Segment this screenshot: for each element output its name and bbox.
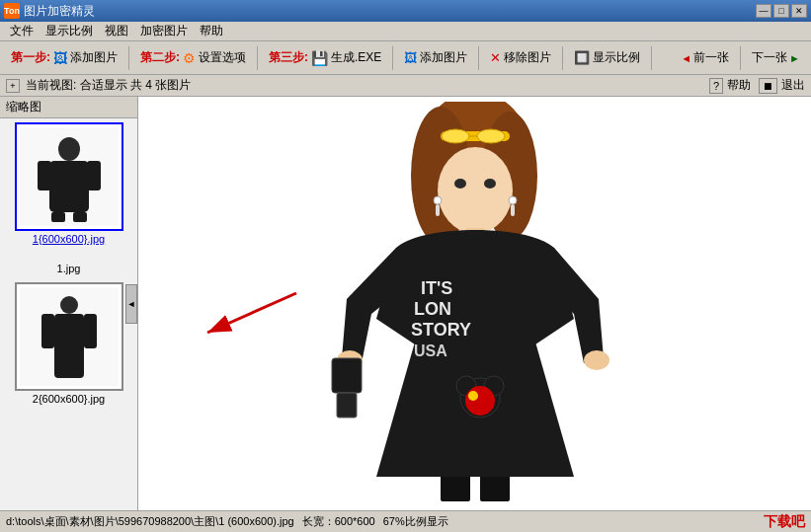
list-item[interactable]: 1.jpg [4, 261, 133, 274]
thumbnail-image-1[interactable] [15, 122, 123, 231]
remove-icon: ✕ [490, 50, 501, 65]
add-label: 添加图片 [420, 49, 467, 66]
thumb-label-3: 2{600x600}.jpg [33, 393, 105, 405]
svg-rect-27 [436, 204, 440, 216]
sep6 [651, 46, 652, 70]
sep7 [740, 46, 741, 70]
svg-text:USA: USA [414, 342, 447, 359]
svg-rect-11 [84, 314, 97, 348]
svg-point-1 [58, 137, 80, 161]
sep5 [562, 46, 563, 70]
svg-text:IT'S: IT'S [421, 278, 452, 298]
svg-point-19 [442, 129, 469, 143]
close-button[interactable]: ✕ [791, 4, 807, 18]
maximize-button[interactable]: □ [773, 4, 789, 18]
app-title: 图片加密精灵 [24, 3, 756, 20]
svg-text:LON: LON [414, 299, 451, 319]
svg-point-25 [434, 196, 442, 204]
main-image-area: IT'S LON STORY USA [138, 97, 811, 510]
sidebar-title: 缩略图 [6, 99, 41, 115]
svg-point-41 [465, 386, 495, 416]
status-text: 当前视图: 合适显示 共 4 张图片 [26, 77, 191, 94]
prev-icon: ◄ [681, 52, 691, 64]
menu-help[interactable]: 帮助 [194, 21, 229, 41]
list-item[interactable]: 2{600x600}.jpg [4, 282, 133, 405]
title-bar: Ton 图片加密精灵 — □ ✕ [0, 0, 811, 22]
svg-rect-33 [337, 393, 357, 418]
next-label: 下一张 [752, 49, 787, 66]
bottom-status: d:\tools\桌面\素材\图片\599670988200\主图\1 (600… [0, 510, 811, 532]
main-area: 缩略图 [0, 97, 811, 510]
svg-rect-6 [73, 212, 87, 222]
expand-button[interactable]: + [6, 79, 20, 93]
svg-point-23 [454, 179, 466, 189]
remove-button[interactable]: ✕ 移除图片 [483, 44, 558, 72]
sidebar-header: 缩略图 [0, 97, 137, 118]
menu-view[interactable]: 视图 [99, 21, 134, 41]
dimensions: 长宽：600*600 [302, 514, 375, 529]
help-button[interactable]: ? 帮助 [709, 77, 751, 94]
main-figure-svg: IT'S LON STORY USA [248, 102, 702, 506]
thumb-svg-3 [20, 287, 119, 386]
svg-point-8 [60, 296, 78, 314]
svg-rect-2 [49, 161, 89, 212]
svg-rect-4 [87, 161, 101, 190]
ratio-button[interactable]: 🔲 显示比例 [567, 44, 647, 72]
svg-point-24 [484, 179, 496, 189]
thumbnail-image-3[interactable] [15, 282, 123, 391]
sep3 [392, 46, 393, 70]
step1-text: 添加图片 [70, 49, 118, 66]
sidebar: 缩略图 [0, 97, 138, 510]
thumb-label-1: 1{600x600}.jpg [33, 233, 105, 245]
toolbar: 第一步: 🖼 第一步: 添加图片 添加图片 第二步: ⚙ 设置选项 第三步: 💾… [0, 41, 811, 75]
svg-text:STORY: STORY [411, 320, 471, 340]
svg-point-22 [438, 147, 513, 234]
list-item[interactable]: 1{600x600}.jpg [4, 122, 133, 245]
svg-point-26 [509, 196, 517, 204]
add-icon: 🖼 [404, 50, 417, 65]
sep1 [128, 46, 129, 70]
svg-rect-32 [332, 358, 362, 393]
svg-rect-5 [51, 212, 65, 222]
svg-rect-45 [438, 427, 473, 477]
generate-icon: 💾 [311, 50, 328, 66]
step3-button[interactable]: 第三步: 💾 生成.EXE [262, 44, 388, 72]
svg-rect-10 [41, 314, 54, 348]
svg-rect-9 [54, 314, 84, 378]
step1-button[interactable]: 第一步: 🖼 第一步: 添加图片 添加图片 [4, 44, 124, 72]
next-icon: ► [789, 52, 800, 64]
settings-icon: ⚙ [183, 50, 196, 66]
ratio-label: 显示比例 [593, 49, 640, 66]
prev-label: 前一张 [693, 49, 729, 66]
next-button[interactable]: 下一张 ► [745, 44, 807, 72]
exit-button[interactable]: ⏹ 退出 [759, 77, 805, 94]
svg-rect-28 [511, 204, 515, 216]
add-image-icon: 🖼 [53, 50, 67, 66]
menu-bar: 文件 显示比例 视图 加密图片 帮助 [0, 22, 811, 41]
ratio-icon: 🔲 [574, 50, 590, 65]
svg-rect-3 [38, 161, 51, 190]
svg-point-20 [477, 129, 505, 143]
prev-button[interactable]: ◄ 前一张 [674, 44, 736, 72]
step2-button[interactable]: 第二步: ⚙ 设置选项 [133, 44, 253, 72]
help-label: 帮助 [727, 77, 751, 94]
thumb-label-2: 1.jpg [57, 263, 81, 274]
collapse-icon: ◄ [127, 299, 136, 309]
exit-label: 退出 [781, 77, 805, 94]
add-button[interactable]: 🖼 添加图片 [397, 44, 474, 72]
zoom-level: 67%比例显示 [383, 514, 448, 529]
sep4 [478, 46, 479, 70]
help-icon: ? [709, 78, 723, 94]
menu-file[interactable]: 文件 [4, 21, 40, 41]
thumb-svg-1 [20, 127, 119, 226]
step2-text: 设置选项 [199, 49, 246, 66]
app-icon: Ton [4, 3, 20, 19]
thumbnail-list[interactable]: 1{600x600}.jpg 1.jpg 2{600x600}.jpg [0, 118, 137, 510]
menu-zoom[interactable]: 显示比例 [40, 21, 99, 41]
menu-encrypt[interactable]: 加密图片 [134, 21, 194, 41]
sidebar-collapse-handle[interactable]: ◄ [125, 284, 137, 324]
exit-icon: ⏹ [759, 78, 777, 94]
status-bar: + 当前视图: 合适显示 共 4 张图片 ? 帮助 ⏹ 退出 [0, 75, 811, 97]
minimize-button[interactable]: — [756, 4, 771, 18]
window-controls: — □ ✕ [756, 4, 807, 18]
